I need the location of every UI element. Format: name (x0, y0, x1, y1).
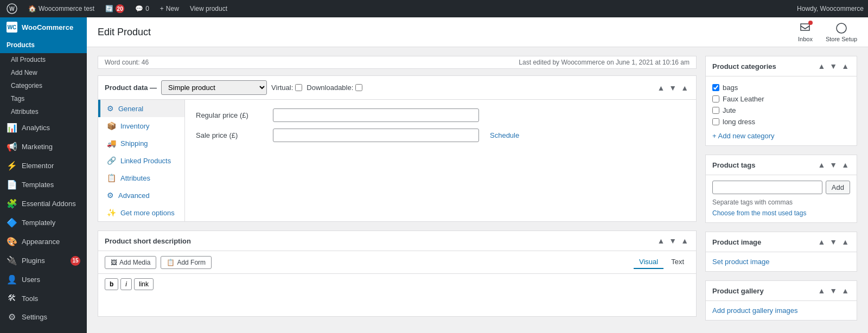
downloadable-checkbox[interactable] (355, 84, 362, 91)
collapse-toggle-btn[interactable]: ▲ (680, 82, 690, 93)
tools-label: Tools (22, 294, 38, 303)
sidebar-item-templately[interactable]: 🔷 Templately (0, 213, 87, 232)
page-title: Edit Product (98, 27, 151, 38)
virtual-label: Virtual: (271, 84, 293, 92)
new-content-item[interactable]: + New (158, 5, 181, 12)
sidebar-item-plugins[interactable]: 🔌 Plugins 15 (0, 251, 87, 270)
last-edited-text: Last edited by Woocommerce on June 1, 20… (519, 59, 690, 66)
format-buttons: b i link (98, 274, 696, 294)
sidebar-item-appearance[interactable]: 🎨 Appearance (0, 232, 87, 251)
categories-collapse-up[interactable]: ▲ (816, 61, 826, 72)
tab-general[interactable]: ⚙ General (98, 100, 184, 117)
editor-toolbar: 🖼 Add Media 📋 Add Form Visual Text (98, 251, 696, 274)
tab-get-more-options[interactable]: ✨ Get more options (98, 204, 184, 221)
appearance-icon: 🎨 (7, 236, 17, 247)
image-collapse-down[interactable]: ▼ (828, 236, 838, 247)
inbox-button[interactable]: Inbox (798, 22, 813, 42)
add-category-link[interactable]: + Add new category (712, 132, 850, 140)
category-checkbox-faux-leather[interactable] (712, 95, 719, 103)
attributes-tab-label: Attributes (120, 174, 150, 182)
downloadable-checkbox-label[interactable]: Downloadable: (307, 84, 362, 92)
tab-text[interactable]: Text (666, 255, 690, 269)
sidebar: WC WooCommerce Products All Products Add… (0, 17, 87, 333)
collapse-up-btn[interactable]: ▲ (656, 82, 666, 93)
sidebar-item-users[interactable]: 👤 Users (0, 270, 87, 289)
elementor-icon: ⚡ (7, 161, 17, 171)
sidebar-item-all-products[interactable]: All Products (0, 53, 87, 66)
sidebar-item-essential-addons[interactable]: 🧩 Essential Addons (0, 194, 87, 213)
product-type-select[interactable]: Simple product Variable product Grouped … (161, 80, 267, 95)
sidebar-item-tools[interactable]: 🛠 Tools (0, 289, 87, 308)
updates-item[interactable]: 🔄 20 (103, 4, 126, 13)
category-checkbox-jute[interactable] (712, 107, 719, 114)
tags-input[interactable] (712, 181, 822, 194)
collapse-down-btn[interactable]: ▼ (668, 82, 678, 93)
category-label-jute: Jute (723, 106, 736, 114)
gallery-header-btns: ▲ ▼ ▲ (816, 285, 850, 296)
product-tags-title: Product tags (712, 161, 755, 169)
gallery-collapse-up[interactable]: ▲ (816, 285, 826, 296)
sidebar-item-attributes[interactable]: Attributes (0, 105, 87, 118)
category-checkbox-long-dress[interactable] (712, 118, 719, 125)
sidebar-item-elementor[interactable]: ⚡ Elementor (0, 156, 87, 175)
content-header: Edit Product Inbox Store Setup (87, 17, 868, 47)
product-gallery-header: Product gallery ▲ ▼ ▲ (706, 281, 857, 301)
categories-collapse-down[interactable]: ▼ (828, 61, 838, 72)
add-gallery-link[interactable]: Add product gallery images (712, 306, 850, 315)
tags-collapse-down[interactable]: ▼ (828, 159, 838, 170)
comments-item[interactable]: 💬 0 (133, 5, 151, 12)
tags-collapse-up[interactable]: ▲ (816, 159, 826, 170)
tab-visual[interactable]: Visual (634, 255, 663, 269)
choose-tags-link[interactable]: Choose from the most used tags (712, 209, 850, 217)
regular-price-input[interactable] (273, 108, 479, 122)
add-form-button[interactable]: 📋 Add Form (161, 256, 212, 269)
svg-point-2 (837, 23, 846, 33)
short-desc-collapse-up[interactable]: ▲ (656, 235, 666, 246)
sidebar-item-templates[interactable]: 📄 Templates (0, 175, 87, 194)
shipping-tab-label: Shipping (120, 139, 148, 148)
sidebar-item-settings[interactable]: ⚙ Settings (0, 308, 87, 326)
image-collapse-up[interactable]: ▲ (816, 236, 826, 247)
inventory-tab-label: Inventory (120, 122, 149, 130)
categories-collapse-toggle[interactable]: ▲ (840, 61, 850, 72)
gallery-collapse-toggle[interactable]: ▲ (840, 285, 850, 296)
sidebar-item-add-new[interactable]: Add New (0, 66, 87, 79)
view-product-label: View product (190, 5, 227, 12)
short-desc-collapse-toggle[interactable]: ▲ (680, 235, 690, 246)
tab-inventory[interactable]: 📦 Inventory (98, 117, 184, 135)
sale-price-input[interactable] (273, 129, 479, 142)
sidebar-item-analytics[interactable]: 📊 Analytics (0, 118, 87, 137)
tags-collapse-toggle[interactable]: ▲ (840, 159, 850, 170)
site-name-item[interactable]: 🏠 Woocommerce test (26, 5, 97, 12)
gallery-collapse-down[interactable]: ▼ (828, 285, 838, 296)
image-collapse-toggle[interactable]: ▲ (840, 236, 850, 247)
add-media-button[interactable]: 🖼 Add Media (105, 256, 156, 269)
tab-attributes[interactable]: 📋 Attributes (98, 169, 184, 187)
sidebar-item-categories[interactable]: Categories (0, 79, 87, 92)
short-desc-collapse-down[interactable]: ▼ (668, 235, 678, 246)
italic-button[interactable]: i (120, 278, 132, 290)
store-setup-icon (835, 22, 848, 35)
sidebar-item-marketing[interactable]: 📢 Marketing (0, 137, 87, 156)
woocommerce-brand[interactable]: WC WooCommerce (0, 17, 87, 37)
schedule-link[interactable]: Schedule (490, 131, 519, 139)
tab-shipping[interactable]: 🚚 Shipping (98, 135, 184, 152)
wc-icon: WC (7, 22, 17, 33)
tab-linked-products[interactable]: 🔗 Linked Products (98, 152, 184, 169)
category-checkbox-bags[interactable] (712, 84, 719, 91)
virtual-checkbox-label[interactable]: Virtual: (271, 84, 302, 92)
virtual-checkbox[interactable] (295, 84, 302, 91)
bold-button[interactable]: b (105, 278, 118, 290)
view-product-item[interactable]: View product (188, 5, 229, 12)
sidebar-item-tags[interactable]: Tags (0, 92, 87, 105)
add-tag-button[interactable]: Add (826, 181, 850, 194)
product-tags-box: Product tags ▲ ▼ ▲ Add Separate tags wit… (705, 155, 857, 223)
editor-area[interactable] (98, 294, 696, 316)
set-product-image-link[interactable]: Set product image (712, 258, 850, 266)
wp-logo-item[interactable]: W (4, 3, 20, 14)
tab-advanced[interactable]: ⚙ Advanced (98, 187, 184, 204)
category-item-faux-leather: Faux Leather (712, 93, 850, 105)
store-setup-button[interactable]: Store Setup (826, 22, 857, 42)
product-data-title: Product data — (105, 84, 157, 92)
link-button[interactable]: link (134, 278, 154, 290)
